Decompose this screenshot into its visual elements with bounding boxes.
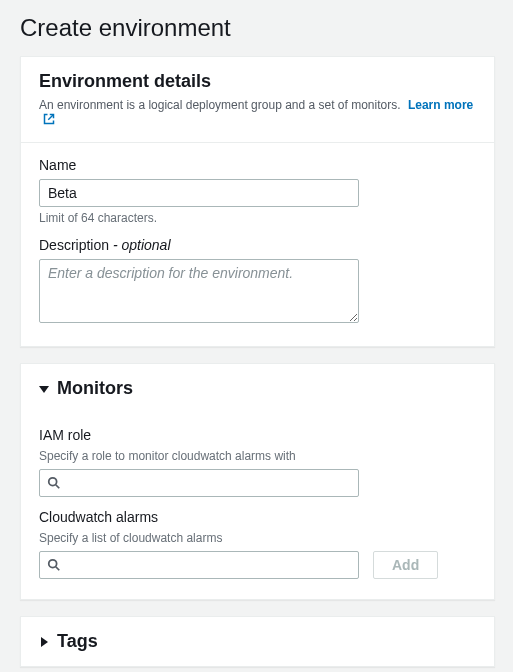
panel-body: Name Limit of 64 characters. Description… — [21, 143, 494, 346]
name-hint: Limit of 64 characters. — [39, 211, 476, 225]
description-label: Description - optional — [39, 237, 476, 253]
iam-role-field: IAM role Specify a role to monitor cloud… — [39, 427, 476, 497]
page-title: Create environment — [20, 14, 495, 42]
name-field: Name Limit of 64 characters. — [39, 157, 476, 225]
svg-marker-5 — [41, 637, 48, 647]
cloudwatch-alarms-hint: Specify a list of cloudwatch alarms — [39, 531, 476, 545]
iam-role-hint: Specify a role to monitor cloudwatch ala… — [39, 449, 476, 463]
name-label: Name — [39, 157, 476, 173]
monitors-body: IAM role Specify a role to monitor cloud… — [21, 413, 494, 599]
subtitle-text: An environment is a logical deployment g… — [39, 98, 401, 112]
iam-role-label: IAM role — [39, 427, 476, 443]
alarms-row: Add — [39, 551, 476, 579]
description-textarea[interactable] — [39, 259, 359, 323]
add-button[interactable]: Add — [373, 551, 438, 579]
cloudwatch-alarms-field: Cloudwatch alarms Specify a list of clou… — [39, 509, 476, 579]
external-link-icon — [43, 113, 55, 128]
alarms-search-wrap — [39, 551, 359, 579]
cloudwatch-alarms-label: Cloudwatch alarms — [39, 509, 476, 525]
learn-more-label: Learn more — [408, 98, 473, 112]
description-field: Description - optional — [39, 237, 476, 326]
name-input[interactable] — [39, 179, 359, 207]
monitors-header[interactable]: Monitors — [21, 364, 494, 413]
iam-role-input[interactable] — [39, 469, 359, 497]
cloudwatch-alarms-input[interactable] — [39, 551, 359, 579]
tags-header[interactable]: Tags — [21, 617, 494, 666]
monitors-panel: Monitors IAM role Specify a role to moni… — [20, 363, 495, 600]
caret-right-icon — [39, 634, 49, 650]
tags-panel: Tags — [20, 616, 495, 667]
desc-label-text: Description — [39, 237, 109, 253]
iam-role-search-wrap — [39, 469, 359, 497]
desc-optional-text: - optional — [113, 237, 171, 253]
environment-details-heading: Environment details — [39, 71, 476, 92]
panel-subtitle: An environment is a logical deployment g… — [39, 98, 476, 128]
panel-header: Environment details An environment is a … — [21, 57, 494, 143]
monitors-heading: Monitors — [57, 378, 133, 399]
tags-heading: Tags — [57, 631, 98, 652]
caret-down-icon — [39, 381, 49, 397]
svg-marker-0 — [39, 386, 49, 393]
environment-details-panel: Environment details An environment is a … — [20, 56, 495, 347]
